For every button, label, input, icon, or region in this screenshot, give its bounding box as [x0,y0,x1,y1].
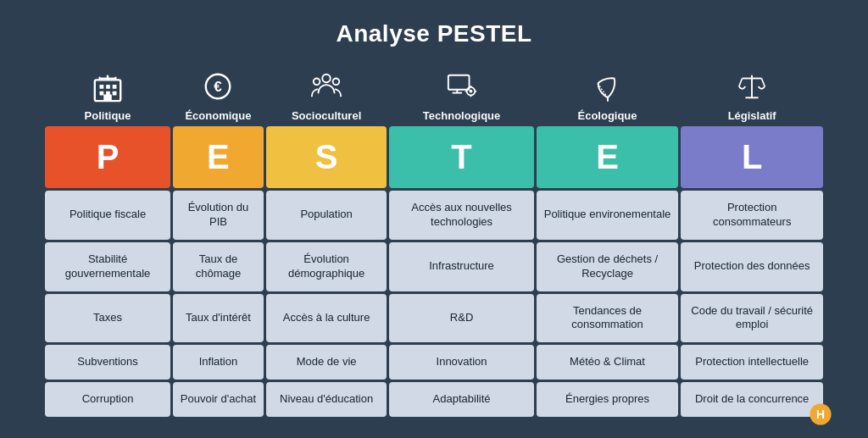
col-label-legislatif: Législatif [728,109,776,122]
letter-e: E [173,126,264,188]
cell-4-5: Droit de la concurrence [681,382,823,417]
table-body: Politique fiscaleÉvolution du PIBPopulat… [45,191,823,417]
pestel-card: Analyse PESTEL [19,0,849,438]
leaf-icon [592,70,624,103]
cell-1-4: Gestion de déchets / Recyclage [537,242,679,291]
cell-0-1: Évolution du PIB [173,191,264,240]
cell-4-4: Énergies propres [537,382,679,417]
svg-rect-2 [106,85,110,89]
svg-point-15 [314,79,320,86]
svg-point-14 [322,75,331,83]
svg-rect-7 [103,95,112,102]
cell-4-3: Adaptabilité [389,382,533,417]
cell-1-0: Stabilité gouvernementale [45,242,170,291]
col-label-ecologique: Écologique [577,109,637,122]
cell-0-5: Protection consommateurs [681,191,823,240]
col-header-economique: € Économique [173,67,264,124]
hubspot-logo: H [809,402,832,431]
cell-1-1: Taux de chômage [173,242,264,291]
cell-1-3: Infrastructure [389,242,533,291]
cell-2-2: Accès à la culture [266,294,387,343]
table-wrapper: Politique € Économique [42,64,826,419]
data-row-1: Stabilité gouvernementaleTaux de chômage… [45,242,823,291]
main-title: Analyse PESTEL [42,20,826,47]
cell-0-2: Population [266,191,387,240]
col-header-ecologique: Écologique [537,67,679,124]
pestel-table: Politique € Économique [42,64,826,419]
col-label-politique: Politique [85,109,131,122]
euro-icon: € [202,70,234,103]
cell-2-3: R&D [389,294,533,343]
svg-rect-3 [113,85,117,89]
cell-2-5: Code du travail / sécurité emploi [681,294,823,343]
header-icon-row: Politique € Économique [45,67,823,124]
col-header-politique: Politique [45,67,170,124]
col-header-socioculturel: Socioculturel [266,67,387,124]
svg-text:€: € [214,79,223,95]
scale-icon [736,70,768,103]
data-row-3: SubventionsInflationMode de vieInnovatio… [45,345,823,380]
data-row-0: Politique fiscaleÉvolution du PIBPopulat… [45,191,823,240]
svg-rect-4 [100,91,104,96]
cell-1-2: Évolution démographique [266,242,387,291]
letter-el: E [537,126,679,188]
cell-4-0: Corruption [45,382,170,417]
cell-2-1: Taux d'intérêt [173,294,264,343]
cell-4-2: Niveau d'éducation [266,382,387,417]
svg-point-21 [469,90,472,93]
letter-s: S [266,126,387,188]
cell-0-0: Politique fiscale [45,191,170,240]
svg-line-31 [762,79,765,87]
letter-p: P [45,126,170,188]
cell-0-4: Politique environementale [537,191,679,240]
cell-3-1: Inflation [173,345,264,380]
svg-line-30 [739,79,743,87]
cell-0-3: Accès aux nouvelles technologies [389,191,533,240]
letter-row: P E S T E L [45,126,823,188]
cell-3-3: Innovation [389,345,533,380]
data-row-4: CorruptionPouvoir d'achatNiveau d'éducat… [45,382,823,417]
col-label-technologique: Technologique [423,109,500,122]
svg-rect-6 [113,91,117,96]
cell-3-0: Subventions [45,345,170,380]
svg-text:H: H [816,408,825,422]
svg-point-16 [333,79,340,86]
letter-l: L [681,126,823,188]
svg-rect-17 [448,75,469,90]
people-icon [310,70,342,103]
cell-3-2: Mode de vie [266,345,387,380]
col-header-legislatif: Législatif [681,67,823,124]
cell-1-5: Protection des données [681,242,823,291]
cell-3-5: Protection intellectuelle [681,345,823,380]
col-label-socioculturel: Socioculturel [292,109,361,122]
cell-3-4: Météo & Climat [537,345,679,380]
letter-t: T [389,126,533,188]
col-header-technologique: Technologique [389,67,533,124]
building-icon [92,70,124,103]
col-label-economique: Économique [185,109,251,122]
cell-4-1: Pouvoir d'achat [173,382,264,417]
data-row-2: TaxesTaux d'intérêtAccès à la cultureR&D… [45,294,823,343]
cell-2-0: Taxes [45,294,170,343]
gear-screen-icon [446,70,478,103]
svg-rect-1 [100,85,104,89]
cell-2-4: Tendances de consommation [537,294,679,343]
